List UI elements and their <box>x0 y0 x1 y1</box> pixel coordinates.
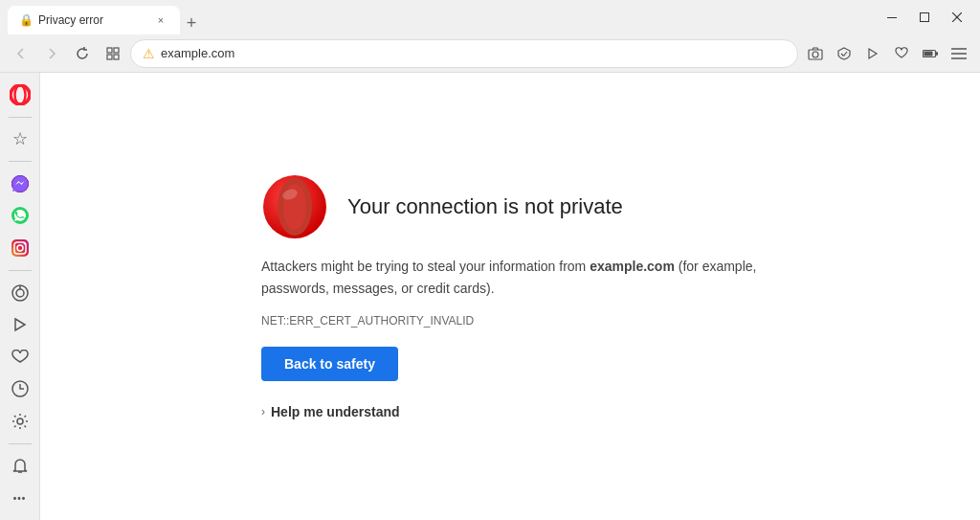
svg-rect-6 <box>107 55 112 59</box>
heart-button[interactable] <box>888 40 915 67</box>
svg-point-33 <box>17 418 23 424</box>
svg-marker-12 <box>869 49 877 58</box>
svg-point-9 <box>813 52 818 57</box>
error-page: Your connection is not private Attackers… <box>223 135 797 458</box>
sidebar-item-settings[interactable] <box>5 407 35 436</box>
sidebar-item-player[interactable] <box>5 279 35 307</box>
sidebar-item-feed[interactable] <box>5 310 35 339</box>
play-button[interactable] <box>859 40 886 67</box>
sidebar-item-wallet[interactable] <box>5 343 35 372</box>
sidebar-item-bookmarks[interactable]: ☆ <box>5 125 35 154</box>
error-description: Attackers might be trying to steal your … <box>261 256 759 299</box>
window-controls <box>877 7 972 28</box>
error-title: Your connection is not private <box>347 194 623 219</box>
battery-button[interactable] <box>917 40 944 67</box>
svg-rect-15 <box>924 51 933 56</box>
reload-button[interactable] <box>69 40 96 67</box>
sidebar-divider-4 <box>9 443 32 444</box>
content-area: Your connection is not private Attackers… <box>40 73 980 520</box>
svg-rect-7 <box>114 55 119 59</box>
sidebar-opera-logo[interactable] <box>5 80 35 109</box>
svg-point-19 <box>11 85 30 104</box>
main-layout: ☆ <box>0 73 980 520</box>
svg-point-29 <box>16 289 24 297</box>
sidebar-divider-1 <box>9 117 32 118</box>
tab-close-button[interactable]: × <box>153 12 168 28</box>
sidebar-divider-2 <box>9 161 32 162</box>
sidebar-item-notifications[interactable] <box>5 452 35 481</box>
toolbar: ⚠ example.com <box>0 34 980 73</box>
sidebar: ☆ <box>0 73 40 520</box>
error-domain: example.com <box>590 259 675 274</box>
svg-rect-4 <box>107 48 112 53</box>
tab-area: 🔒 Privacy error × + <box>8 0 873 34</box>
maximize-button[interactable] <box>909 7 940 28</box>
shield-button[interactable] <box>831 40 858 67</box>
address-bar[interactable]: ⚠ example.com <box>130 39 798 68</box>
address-text: example.com <box>161 46 786 60</box>
help-link[interactable]: › Help me understand <box>261 404 400 419</box>
help-chevron-icon: › <box>261 405 265 418</box>
sidebar-item-messenger[interactable] <box>5 170 35 198</box>
sidebar-divider-3 <box>9 270 32 271</box>
error-code: NET::ERR_CERT_AUTHORITY_INVALID <box>261 314 474 328</box>
help-link-label: Help me understand <box>271 404 400 419</box>
error-header: Your connection is not private <box>261 173 623 240</box>
svg-marker-31 <box>15 319 25 330</box>
back-to-safety-button[interactable]: Back to safety <box>261 347 398 381</box>
back-button[interactable] <box>8 40 34 67</box>
sidebar-item-instagram[interactable] <box>5 234 35 262</box>
svg-rect-14 <box>936 52 938 56</box>
toolbar-actions <box>802 40 972 67</box>
security-warning-icon: ⚠ <box>143 46 155 61</box>
new-tab-button[interactable]: + <box>180 11 203 34</box>
svg-line-11 <box>844 52 848 57</box>
svg-rect-1 <box>921 13 929 22</box>
forward-button[interactable] <box>38 40 65 67</box>
sidebar-item-history[interactable] <box>5 375 35 404</box>
titlebar: 🔒 Privacy error × + <box>0 0 980 34</box>
error-description-prefix: Attackers might be trying to steal your … <box>261 259 590 274</box>
active-tab[interactable]: 🔒 Privacy error × <box>8 6 180 34</box>
svg-rect-5 <box>114 48 119 53</box>
sidebar-item-more[interactable]: ••• <box>5 484 35 512</box>
svg-rect-0 <box>887 17 897 18</box>
tab-title: Privacy error <box>38 13 147 27</box>
minimize-button[interactable] <box>877 7 907 28</box>
svg-point-27 <box>23 243 25 245</box>
svg-point-20 <box>14 85 25 104</box>
tab-favicon: 🔒 <box>19 13 33 27</box>
sidebar-item-whatsapp[interactable] <box>5 202 35 231</box>
camera-button[interactable] <box>802 40 829 67</box>
menu-button[interactable] <box>946 40 972 67</box>
opera-logo-error <box>261 173 328 240</box>
browser-window: 🔒 Privacy error × + <box>0 0 980 520</box>
grid-button[interactable] <box>100 40 126 67</box>
close-button[interactable] <box>942 7 972 28</box>
